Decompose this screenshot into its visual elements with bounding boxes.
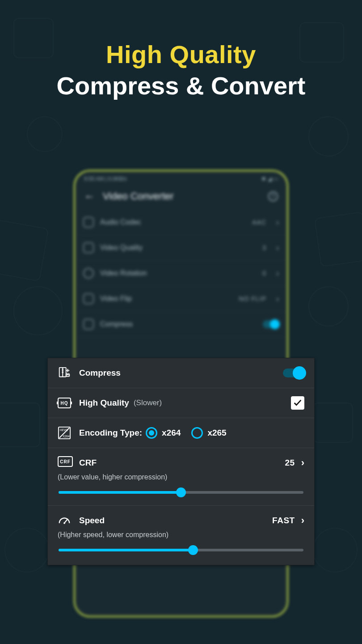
chevron-right-icon: › xyxy=(276,243,279,253)
audio-codec-icon xyxy=(83,217,94,228)
row-value: AAC xyxy=(252,219,266,226)
status-icons: ✱ ◢ ▭ xyxy=(261,176,278,182)
app-bar: ← Video Converter ? xyxy=(75,185,287,210)
compress-icon xyxy=(58,366,71,380)
radio-x265[interactable]: x265 xyxy=(191,427,226,439)
crf-value: 25 xyxy=(285,458,295,468)
status-bar: 9:55 AM | 0.0KB/s ✱ ◢ ▭ xyxy=(75,171,287,185)
encoding-label: Encoding Type: xyxy=(79,428,142,438)
row-compress-bg[interactable]: Compress xyxy=(77,312,285,337)
row-value: 0 xyxy=(262,270,266,277)
row-label: Audio Codec xyxy=(100,218,141,226)
compress-toggle-bg[interactable] xyxy=(263,320,279,328)
speed-slider-fill xyxy=(59,549,193,551)
status-time: 9:55 AM | 0.0KB/s xyxy=(84,176,127,182)
encoding-row: HEVC X264 Encoding Type: x264 x265 xyxy=(48,418,314,448)
headline-line2: Compress & Convert xyxy=(0,72,362,100)
chevron-right-icon[interactable]: › xyxy=(301,457,304,469)
hq-sub: (Slower) xyxy=(134,398,162,407)
row-audio-codec[interactable]: Audio Codec AAC › xyxy=(77,210,285,235)
chevron-right-icon: › xyxy=(276,294,279,304)
row-label: Video Flip xyxy=(100,295,132,303)
video-quality-icon xyxy=(83,242,94,253)
speed-label: Speed xyxy=(79,516,105,525)
compress-icon xyxy=(83,319,94,330)
high-quality-row[interactable]: HQ High Quality (Slower) xyxy=(48,388,314,418)
crf-section: CRF CRF 25 › (Lower value, higher compre… xyxy=(48,448,314,506)
speed-icon xyxy=(58,514,71,527)
settings-list: Audio Codec AAC › Video Quality 3 › Vide… xyxy=(75,210,287,337)
radio-x264[interactable]: x264 xyxy=(146,427,181,439)
row-video-quality[interactable]: Video Quality 3 › xyxy=(77,235,285,261)
speed-slider[interactable] xyxy=(59,549,303,551)
speed-section: Speed FAST › (Higher speed, lower compre… xyxy=(48,506,314,565)
speed-hint: (Higher speed, lower compression) xyxy=(58,531,304,539)
hq-label: High Quality xyxy=(79,398,129,408)
toggle-knob xyxy=(293,366,306,380)
hq-icon: HQ xyxy=(58,396,71,410)
svg-point-5 xyxy=(63,522,65,524)
row-video-rotation[interactable]: Video Rotation 0 › xyxy=(77,261,285,286)
compress-label: Compress xyxy=(79,368,121,378)
svg-text:X264: X264 xyxy=(63,435,70,438)
radio-x264-label: x264 xyxy=(162,428,181,438)
radio-x265-label: x265 xyxy=(207,428,226,438)
speed-slider-thumb[interactable] xyxy=(188,545,198,555)
crf-label: CRF xyxy=(79,458,97,468)
headline-line1: High Quality xyxy=(0,40,362,69)
chevron-right-icon: › xyxy=(276,218,279,227)
crf-slider[interactable] xyxy=(59,491,303,494)
crf-slider-fill xyxy=(59,491,181,494)
compress-toggle[interactable] xyxy=(283,369,304,377)
video-flip-icon xyxy=(83,293,94,304)
svg-text:HEVC: HEVC xyxy=(60,428,68,432)
back-icon[interactable]: ← xyxy=(84,190,95,203)
help-icon[interactable]: ? xyxy=(268,191,278,201)
row-value: 3 xyxy=(262,244,266,251)
row-video-flip[interactable]: Video Flip NO FLIP › xyxy=(77,286,285,312)
crf-slider-thumb[interactable] xyxy=(176,487,186,497)
app-title: Video Converter xyxy=(103,191,174,202)
crf-icon: CRF xyxy=(58,456,71,470)
headline: High Quality Compress & Convert xyxy=(0,40,362,101)
crf-hint: (Lower value, higher compression) xyxy=(58,473,304,481)
chevron-right-icon: › xyxy=(276,269,279,278)
speed-value: FAST xyxy=(272,516,295,525)
row-label: Video Quality xyxy=(100,244,143,252)
hq-checkbox[interactable] xyxy=(291,396,304,410)
row-value: NO FLIP xyxy=(239,295,266,302)
row-label: Compress xyxy=(100,320,133,328)
encoding-icon: HEVC X264 xyxy=(58,426,71,440)
row-label: Video Rotation xyxy=(100,269,147,277)
chevron-right-icon[interactable]: › xyxy=(301,515,304,526)
compress-row: Compress xyxy=(48,358,314,388)
compress-options-card: Compress HQ High Quality (Slower) HEVC X… xyxy=(47,358,315,565)
video-rotation-icon xyxy=(83,268,94,279)
